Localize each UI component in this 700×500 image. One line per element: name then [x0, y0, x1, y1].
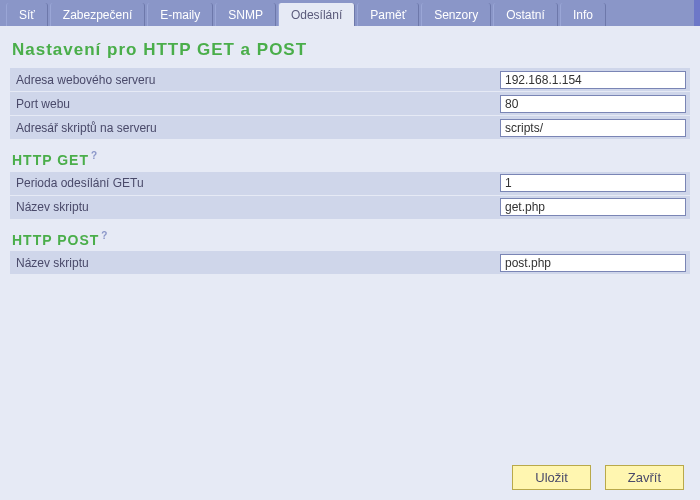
row-get-period: Perioda odesílání GETu: [10, 172, 690, 196]
tab-bar: Síť Zabezpečení E-maily SNMP Odesílání P…: [0, 0, 700, 26]
page-title: Nastavení pro HTTP GET a POST: [12, 40, 690, 60]
label-script-dir: Adresář skriptů na serveru: [10, 121, 500, 135]
input-server-address[interactable]: [500, 71, 686, 89]
input-post-script[interactable]: [500, 254, 686, 272]
footer-buttons: Uložit Zavřít: [512, 465, 684, 490]
tab-network[interactable]: Síť: [6, 3, 48, 26]
tab-sending[interactable]: Odesílání: [278, 3, 355, 26]
help-icon[interactable]: ?: [101, 230, 108, 241]
row-server-address: Adresa webového serveru: [10, 68, 690, 92]
label-web-port: Port webu: [10, 97, 500, 111]
label-get-script: Název skriptu: [10, 200, 500, 214]
section-http-get-label: HTTP GET: [12, 152, 89, 168]
tab-snmp[interactable]: SNMP: [215, 3, 276, 26]
input-web-port[interactable]: [500, 95, 686, 113]
tab-emails[interactable]: E-maily: [147, 3, 213, 26]
row-web-port: Port webu: [10, 92, 690, 116]
tab-info[interactable]: Info: [560, 3, 606, 26]
input-get-period[interactable]: [500, 174, 686, 192]
section-http-post-title: HTTP POST?: [12, 230, 690, 248]
row-script-dir: Adresář skriptů na serveru: [10, 116, 690, 140]
label-post-script: Název skriptu: [10, 256, 500, 270]
label-server-address: Adresa webového serveru: [10, 73, 500, 87]
tab-memory[interactable]: Paměť: [357, 3, 419, 26]
input-script-dir[interactable]: [500, 119, 686, 137]
help-icon[interactable]: ?: [91, 150, 98, 161]
row-get-script: Název skriptu: [10, 196, 690, 220]
content-pane: Nastavení pro HTTP GET a POST Adresa web…: [0, 26, 700, 275]
input-get-script[interactable]: [500, 198, 686, 216]
label-get-period: Perioda odesílání GETu: [10, 176, 500, 190]
tab-security[interactable]: Zabezpečení: [50, 3, 145, 26]
tab-sensors[interactable]: Senzory: [421, 3, 491, 26]
section-http-get-title: HTTP GET?: [12, 150, 690, 168]
tabbar-edge: [694, 0, 700, 26]
row-post-script: Název skriptu: [10, 251, 690, 275]
save-button[interactable]: Uložit: [512, 465, 591, 490]
tab-other[interactable]: Ostatní: [493, 3, 558, 26]
close-button[interactable]: Zavřít: [605, 465, 684, 490]
section-http-post-label: HTTP POST: [12, 231, 99, 247]
